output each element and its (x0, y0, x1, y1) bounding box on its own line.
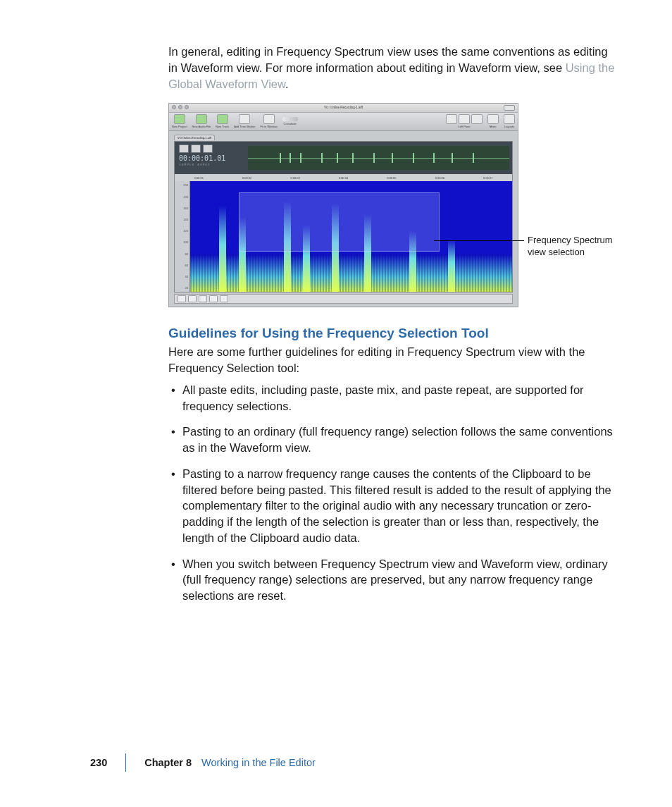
nav-next-icon (191, 144, 201, 153)
list-item: Pasting to a narrow frequency range caus… (168, 466, 616, 546)
app-toolbar: New Project New Audio File New Track Add… (169, 113, 518, 131)
spectrum-area: 0:00:01 0:00:02 0:00:03 0:00:04 0:00:05 … (175, 174, 512, 292)
bottom-toolbar (174, 294, 513, 304)
overview-waveform (248, 146, 509, 170)
window-titlebar: VO: Online Recording-1.aiff (169, 104, 518, 113)
editor-pane: 00:00:01.01 SAMPLE 44945 (174, 141, 513, 292)
callout-label: Frequency Spectrum view selection (528, 235, 633, 258)
list-item: Pasting to an ordinary (full frequency r… (168, 424, 616, 456)
frequency-axis: 250 190 160 140 120 100 80 60 40 20 (175, 181, 190, 292)
file-tab: VO Online-Recording-1.aiff (174, 135, 215, 140)
screenshot: VO: Online Recording-1.aiff New Project … (168, 103, 518, 307)
frequency-selection-box (239, 192, 440, 252)
intro-text-b: . (285, 78, 289, 90)
timecode-display: 00:00:01.01 SAMPLE 44945 (179, 154, 225, 166)
nav-prev-icon (179, 144, 189, 153)
lower-pane-icon (459, 114, 470, 124)
stop-button-icon (199, 295, 207, 302)
new-project-icon (174, 114, 185, 124)
window-title: VO: Online Recording-1.aiff (169, 104, 518, 112)
right-pane-icon (471, 114, 483, 124)
section-heading: Guidelines for Using the Frequency Selec… (168, 326, 616, 341)
page-number: 230 (90, 757, 107, 768)
intro-paragraph: In general, editing in Frequency Spectru… (168, 44, 616, 92)
list-item: All paste edits, including paste, paste … (168, 382, 616, 414)
section-lead: Here are some further guidelines for edi… (168, 344, 616, 376)
fit-in-window-icon (263, 114, 275, 124)
new-audio-file-icon (196, 114, 207, 124)
spectrum-plot (190, 181, 512, 292)
layouts-icon (504, 114, 515, 124)
window-controls (172, 105, 189, 109)
left-pane-icon (446, 114, 457, 124)
footer-divider (125, 753, 126, 772)
overview-panel: 00:00:01.01 SAMPLE 44945 (175, 142, 512, 175)
chapter-label: Chapter 8 (144, 757, 192, 768)
window-zoom-icon (504, 105, 515, 111)
intro-text-a: In general, editing in Frequency Spectru… (168, 45, 608, 74)
ff-button-icon (220, 295, 228, 302)
callout-line (434, 240, 524, 241)
play-button-icon (188, 295, 197, 302)
list-item: When you switch between Frequency Spectr… (168, 556, 616, 604)
solo-button-icon (178, 295, 186, 302)
mixer-icon (487, 114, 499, 124)
rewind-button-icon (209, 295, 218, 302)
figure-wrapper: VO: Online Recording-1.aiff New Project … (168, 103, 616, 307)
bullet-list: All paste edits, including paste, paste … (168, 382, 616, 604)
chapter-title: Working in the File Editor (201, 757, 316, 768)
crossfade-slider-icon (282, 117, 298, 121)
add-time-marker-icon (239, 114, 250, 124)
new-track-icon (217, 114, 228, 124)
page-footer: 230 Chapter 8 Working in the File Editor (90, 753, 316, 772)
read-button (203, 144, 213, 153)
